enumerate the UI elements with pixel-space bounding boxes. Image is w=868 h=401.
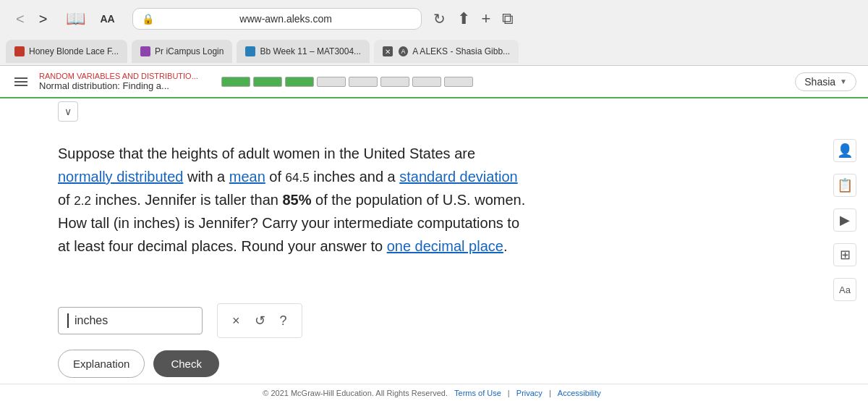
- q-sd-value: 2.2: [74, 194, 91, 208]
- tab-label-aleks: A ALEKS - Shasia Gibb...: [412, 46, 510, 56]
- q-standard-deviation[interactable]: standard deviation: [399, 169, 517, 185]
- footer-accessibility[interactable]: Accessibility: [558, 389, 601, 397]
- q-with-a: with a: [183, 169, 229, 185]
- undo-button[interactable]: ↺: [252, 310, 268, 332]
- nav-subtitle: Normal distribution: Finding a...: [39, 80, 198, 91]
- share-button[interactable]: ⬆: [457, 9, 470, 28]
- footer-privacy[interactable]: Privacy: [516, 389, 542, 397]
- progress-seg-5: [349, 77, 378, 87]
- answer-cursor: [67, 313, 69, 328]
- progress-seg-1: [221, 77, 250, 87]
- tab-icampus[interactable]: Pr iCampus Login: [132, 40, 232, 63]
- tab-favicon-x: ✕: [383, 46, 393, 56]
- q-rest2: of the population of U.S. women.: [312, 192, 526, 208]
- answer-box[interactable]: inches: [58, 307, 203, 334]
- question-text: Suppose that the heights of adult women …: [58, 142, 709, 258]
- question-area: Suppose that the heights of adult women …: [0, 124, 868, 297]
- play-icon-btn[interactable]: ▶: [833, 208, 856, 232]
- nav-topic: RANDOM VARIABLES AND DISTRIBUTIO...: [39, 72, 198, 80]
- tab-label-week11: Bb Week 11 – MAT3004...: [260, 46, 361, 56]
- tab-favicon-a: A: [399, 46, 409, 56]
- footer-terms[interactable]: Terms of Use: [454, 389, 501, 397]
- content-area: RANDOM VARIABLES AND DISTRIBUTIO... Norm…: [0, 66, 868, 401]
- progress-seg-3: [285, 77, 314, 87]
- font-icon: Aa: [839, 284, 851, 295]
- person-icon: 👤: [837, 143, 853, 159]
- new-tab-button[interactable]: +: [482, 9, 491, 28]
- address-bar[interactable]: 🔒 www-awn.aleks.com: [132, 8, 422, 30]
- username-label: Shasia: [804, 76, 835, 88]
- aleks-header: RANDOM VARIABLES AND DISTRIBUTIO... Norm…: [0, 66, 868, 98]
- browser-toolbar: < > 📖 AA 🔒 www-awn.aleks.com ↻ ⬆ + ⧉: [0, 0, 868, 38]
- aleks-nav-text: RANDOM VARIABLES AND DISTRIBUTIO... Norm…: [39, 72, 198, 91]
- refresh-button[interactable]: ↻: [433, 10, 446, 28]
- nav-buttons: < >: [12, 9, 51, 29]
- q-mean[interactable]: mean: [229, 169, 265, 185]
- tab-honey[interactable]: Honey Blonde Lace F...: [6, 40, 127, 63]
- q-of-num: of: [265, 169, 286, 185]
- q-period: .: [503, 238, 508, 254]
- copy-button[interactable]: ⧉: [502, 9, 514, 28]
- play-icon: ▶: [840, 212, 850, 228]
- q-rest3: How tall (in inches) is Jennifer? Carry …: [58, 215, 519, 231]
- tabs-bar: Honey Blonde Lace F... Pr iCampus Login …: [0, 38, 868, 65]
- tab-favicon-week11: [245, 46, 255, 56]
- explanation-button[interactable]: Explanation: [58, 350, 145, 378]
- check-button[interactable]: Check: [153, 350, 219, 377]
- right-icons: 👤 📋 ▶ ⊞ Aa: [833, 139, 856, 301]
- chevron-down-icon: ▼: [840, 77, 847, 85]
- answer-unit: inches: [75, 314, 108, 327]
- browser-actions: ↻ ⬆ + ⧉: [433, 9, 514, 28]
- help-button[interactable]: ?: [277, 311, 290, 332]
- person-icon-btn[interactable]: 👤: [833, 139, 856, 162]
- q-mean-value: 64.5: [286, 171, 310, 185]
- book-icon: 📖: [66, 9, 85, 28]
- progress-seg-8: [444, 77, 473, 87]
- q-pct: 85%: [282, 192, 311, 208]
- grid-icon-btn[interactable]: ⊞: [833, 243, 856, 266]
- progress-seg-4: [317, 77, 346, 87]
- progress-bar: [221, 77, 772, 87]
- calculator-icon-btn[interactable]: 📋: [833, 174, 856, 197]
- q-of-2-2: of: [58, 192, 74, 208]
- font-icon-btn[interactable]: Aa: [833, 278, 856, 301]
- tab-favicon-honey: [14, 46, 25, 56]
- browser-chrome: < > 📖 AA 🔒 www-awn.aleks.com ↻ ⬆ + ⧉ Hon…: [0, 0, 868, 66]
- chevron-down-lg-icon: ∨: [64, 106, 72, 117]
- answer-toolbar: × ↺ ?: [217, 303, 302, 338]
- collapse-button[interactable]: ∨: [58, 101, 78, 122]
- tab-week11[interactable]: Bb Week 11 – MAT3004...: [237, 40, 370, 63]
- tab-aleks[interactable]: ✕ A A ALEKS - Shasia Gibb...: [374, 40, 519, 63]
- clear-button[interactable]: ×: [229, 311, 243, 332]
- q-normally-distributed[interactable]: normally distributed: [58, 169, 183, 185]
- tab-favicon-icampus: [140, 46, 150, 56]
- forward-button[interactable]: >: [35, 9, 52, 29]
- lock-icon: 🔒: [142, 13, 154, 25]
- footer-copyright: © 2021 McGraw-Hill Education. All Rights…: [263, 389, 448, 397]
- aa-label: AA: [100, 13, 114, 25]
- calculator-icon: 📋: [837, 177, 853, 193]
- q-rest4: at least four decimal places. Round your…: [58, 238, 387, 254]
- progress-seg-6: [380, 77, 409, 87]
- back-button[interactable]: <: [12, 9, 29, 29]
- tab-label-honey: Honey Blonde Lace F...: [29, 46, 119, 56]
- q-inches-and-a: inches and a: [310, 169, 400, 185]
- user-dropdown[interactable]: Shasia ▼: [795, 72, 856, 91]
- hamburger-menu[interactable]: [12, 75, 30, 89]
- progress-seg-2: [253, 77, 282, 87]
- address-text: www-awn.aleks.com: [160, 13, 412, 25]
- q-one-decimal[interactable]: one decimal place: [387, 238, 503, 254]
- q-rest1: inches. Jennifer is taller than: [91, 192, 283, 208]
- grid-icon: ⊞: [840, 247, 851, 263]
- bottom-buttons: Explanation Check: [0, 344, 868, 384]
- answer-area: inches × ↺ ?: [0, 297, 868, 344]
- progress-seg-7: [412, 77, 441, 87]
- q-intro: Suppose that the heights of adult women …: [58, 145, 475, 161]
- footer: © 2021 McGraw-Hill Education. All Rights…: [0, 384, 868, 401]
- tab-label-icampus: Pr iCampus Login: [155, 46, 224, 56]
